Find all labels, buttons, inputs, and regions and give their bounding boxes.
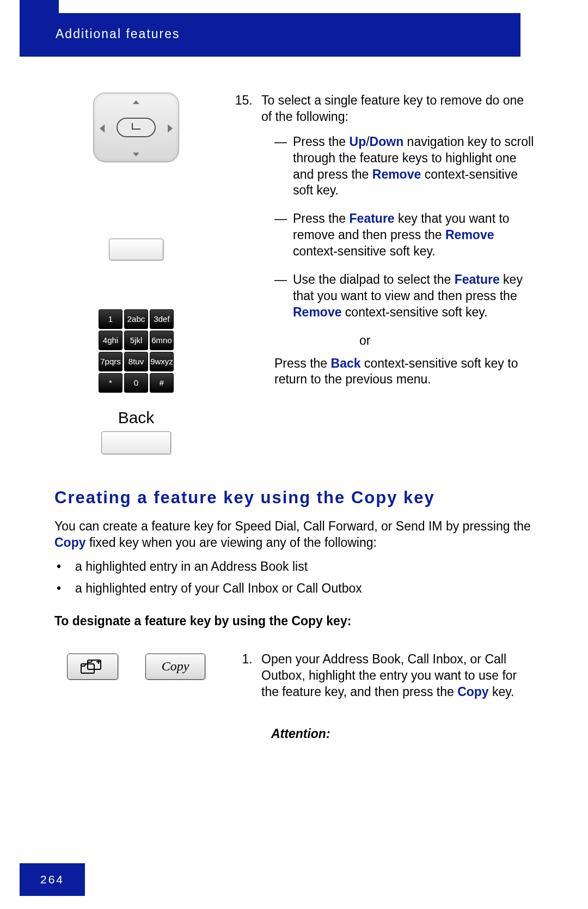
section-intro: You can create a feature key for Speed D… [54, 518, 536, 551]
step-15-illustrations: ▲ ▼ ◀ ▶ 1 2abc 3def 4ghi 5jkl 6mno 7pqrs… [54, 93, 218, 454]
nav-left-icon: ◀ [100, 122, 105, 133]
nav-down-icon: ▼ [131, 151, 142, 157]
dial-key: 3def [150, 309, 174, 329]
step-15-sublist: — Press the Up/Down navigation key to sc… [261, 134, 536, 321]
dial-key: 0 [124, 373, 148, 393]
dial-key: # [150, 373, 174, 393]
dial-key: 4ghi [99, 331, 122, 350]
copy-softkey-button: Copy [145, 654, 205, 680]
page-footer: 264 [20, 863, 85, 896]
keyword-remove: Remove [445, 228, 494, 242]
dial-key: 6mno [150, 331, 174, 350]
dial-key: 8tuv [124, 352, 148, 371]
keyword-feature: Feature [455, 272, 500, 286]
copy-softkey-label: Copy [162, 658, 189, 675]
dial-key: 5jkl [124, 331, 148, 350]
dial-key: 7pqrs [99, 352, 122, 371]
back-softkey-illustration [101, 431, 171, 454]
step-1-row: Copy Open your Address Book, Call Inbox,… [54, 651, 536, 749]
page-number: 264 [40, 872, 64, 887]
keyword-copy: Copy [457, 685, 489, 699]
nav-pad: ▲ ▼ ◀ ▶ [93, 93, 179, 162]
step-15-row: ▲ ▼ ◀ ▶ 1 2abc 3def 4ghi 5jkl 6mno 7pqrs… [54, 93, 536, 454]
step-15-sub-2: — Press the Feature key that you want to… [261, 211, 536, 260]
procedure-heading: To designate a feature key by using the … [54, 613, 536, 630]
step-15-sub-1: — Press the Up/Down navigation key to sc… [261, 134, 536, 199]
step-1: Open your Address Book, Call Inbox, or C… [256, 651, 536, 743]
dial-key: 2abc [124, 309, 148, 329]
nav-right-icon: ▶ [168, 122, 173, 133]
dial-key: 9wxyz [150, 352, 174, 371]
back-softkey-label: Back [118, 407, 155, 428]
bullet-2: •a highlighted entry of your Call Inbox … [54, 581, 536, 597]
keyword-up: Up [350, 135, 366, 149]
nav-pad-illustration: ▲ ▼ ◀ ▶ [93, 93, 179, 162]
section-heading: Creating a feature key using the Copy ke… [54, 487, 536, 509]
section-bullets: •a highlighted entry in an Address Book … [54, 559, 536, 597]
keyword-remove: Remove [372, 167, 421, 181]
dial-key: * [99, 373, 122, 393]
page-header: Additional features [20, 13, 520, 57]
copy-folder-icon [80, 658, 105, 675]
keyword-down: Down [370, 135, 404, 149]
or-text: or [261, 333, 536, 349]
copy-key-illustrations: Copy [54, 651, 218, 680]
step-15: To select a single feature key to remove… [256, 93, 536, 388]
page-content: ▲ ▼ ◀ ▶ 1 2abc 3def 4ghi 5jkl 6mno 7pqrs… [54, 93, 536, 749]
keyword-copy: Copy [54, 535, 86, 550]
copy-hardkey-icon [67, 654, 118, 680]
attention-label: Attention: [261, 726, 536, 742]
step-15-lead: To select a single feature key to remove… [261, 93, 524, 124]
step-1-text: Open your Address Book, Call Inbox, or C… [234, 651, 536, 749]
back-line: Press the Back context-sensitive soft ke… [261, 356, 536, 388]
header-title: Additional features [56, 27, 180, 41]
softkey-illustration [109, 239, 163, 260]
bullet-1: •a highlighted entry in an Address Book … [54, 559, 536, 575]
step-15-text: To select a single feature key to remove… [234, 93, 536, 394]
dialpad-illustration: 1 2abc 3def 4ghi 5jkl 6mno 7pqrs 8tuv 9w… [99, 309, 174, 393]
keyword-remove: Remove [293, 305, 341, 319]
keyword-back: Back [331, 356, 361, 370]
nav-up-icon: ▲ [131, 99, 142, 105]
dial-key: 1 [99, 309, 122, 329]
step-15-sub-3: — Use the dialpad to select the Feature … [261, 272, 536, 321]
keyword-feature: Feature [350, 211, 395, 225]
nav-enter-button [117, 118, 156, 137]
